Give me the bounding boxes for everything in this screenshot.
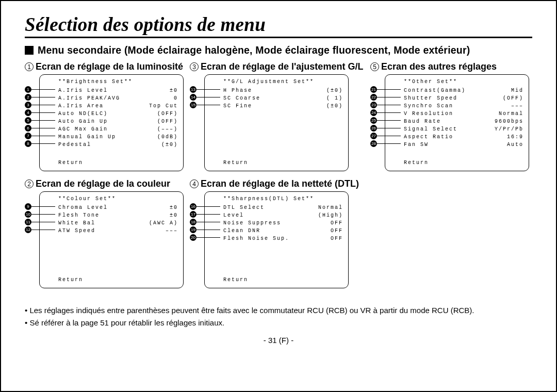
setting-label: H Phase bbox=[223, 88, 252, 93]
setting-value: Top Cut bbox=[149, 103, 178, 109]
setting-row: AGC Max Gain(–––) bbox=[58, 125, 178, 133]
bullet-icon: 7 bbox=[25, 133, 31, 139]
bullet-icon: 16 bbox=[190, 203, 196, 210]
panel2-num: 2 bbox=[25, 179, 34, 188]
setting-label: Flesh Tone bbox=[58, 213, 100, 218]
setting-label: Chroma Level bbox=[58, 205, 108, 210]
col-3-top: 5 Ecran des autres réglages **Other Set*… bbox=[370, 61, 533, 171]
panel3: **G/L Adjustment Set** H Phase(±0)SC Coa… bbox=[204, 74, 349, 171]
setting-label: Flesh Noise Sup. bbox=[223, 236, 289, 241]
setting-row: Synchro Scan––– bbox=[404, 102, 523, 110]
setting-value: (–––) bbox=[157, 126, 178, 132]
setting-value: OFF bbox=[331, 228, 343, 234]
setting-label: A.Iris Area bbox=[58, 103, 104, 109]
bullet-icon: 28 bbox=[370, 140, 377, 147]
setting-row: Flesh Noise Sup.OFF bbox=[223, 235, 343, 242]
setting-value: ±0 bbox=[170, 213, 178, 218]
setting-value: 0 bbox=[174, 95, 178, 101]
bullet-icon: 21 bbox=[370, 86, 377, 93]
setting-value: ±0 bbox=[170, 88, 178, 93]
setting-value: ––– bbox=[166, 228, 178, 234]
panel4-title: 4 Ecran de réglage de la netteté (DTL) bbox=[190, 178, 370, 189]
bullet-icon: 23 bbox=[370, 102, 377, 108]
col-2-top: 3 Ecran de réglage de l'ajustement G/L *… bbox=[190, 61, 370, 171]
panel5-header: **Other Set** bbox=[404, 79, 523, 85]
panel1-header: **Brightness Set** bbox=[58, 79, 178, 85]
panel4-title-text: Ecran de réglage de la netteté (DTL) bbox=[201, 178, 359, 189]
setting-row: SC Fine(±0) bbox=[223, 102, 343, 110]
setting-label: A.Iris PEAK/AVG bbox=[58, 95, 120, 101]
bullet-icon: 4 bbox=[25, 109, 31, 116]
bullet-icon: 24 bbox=[370, 109, 377, 116]
bullet-icon: 5 bbox=[25, 117, 31, 124]
setting-label: DTL Select bbox=[223, 205, 265, 210]
panel5-return: Return bbox=[404, 160, 429, 166]
setting-row: Manual Gain Up(0dB) bbox=[58, 133, 178, 141]
setting-label: White Bal bbox=[58, 220, 95, 226]
setting-row: ATW Speed––– bbox=[58, 227, 178, 235]
setting-row: Flesh Tone±0 bbox=[58, 211, 178, 219]
bullet-icon: 22 bbox=[370, 94, 377, 101]
setting-label: Pedestal bbox=[58, 142, 91, 148]
setting-label: Auto ND(ELC) bbox=[58, 111, 108, 117]
setting-row: White Bal(AWC A) bbox=[58, 219, 178, 227]
setting-value: Y/Pr/Pb bbox=[495, 126, 523, 132]
setting-row: V ResolutionNormal bbox=[404, 110, 523, 118]
setting-label: AGC Max Gain bbox=[58, 126, 108, 132]
panel4-return: Return bbox=[223, 277, 248, 283]
setting-value: OFF bbox=[331, 220, 343, 226]
bullet-icon: 25 bbox=[370, 117, 377, 124]
setting-value: ±0 bbox=[170, 205, 178, 210]
setting-value: ( 1) bbox=[326, 95, 343, 101]
bullet-icon: 15 bbox=[190, 102, 196, 108]
page: Sélection des options de menu Menu secon… bbox=[0, 0, 557, 392]
square-icon bbox=[25, 46, 34, 55]
bullet-icon: 1 bbox=[25, 86, 31, 93]
setting-label: Clean DNR bbox=[223, 228, 260, 234]
panel3-return: Return bbox=[223, 160, 248, 166]
setting-row: SC Coarse( 1) bbox=[223, 94, 343, 102]
setting-row: Contrast(Gamma)Mid bbox=[404, 87, 523, 94]
panel2-header: **Colour Set** bbox=[58, 196, 178, 202]
page-title: Sélection des options de menu bbox=[25, 13, 532, 38]
panels-grid: 1 Ecran de réglage de la luminosité **Br… bbox=[25, 61, 532, 296]
setting-label: Auto Gain Up bbox=[58, 119, 108, 124]
setting-value: Normal bbox=[499, 111, 523, 117]
setting-value: (0dB) bbox=[157, 134, 178, 140]
panel5-title-text: Ecran des autres réglages bbox=[381, 61, 497, 72]
col-1-top: 1 Ecran de réglage de la luminosité **Br… bbox=[25, 61, 190, 171]
bullet-icon: 17 bbox=[190, 211, 196, 218]
bullet-icon: 3 bbox=[25, 102, 31, 108]
page-number: - 31 (F) - bbox=[25, 336, 532, 345]
panel4-wrap: **Sharpness(DTL) Set** DTL SelectNormal … bbox=[190, 191, 370, 288]
panel2-return: Return bbox=[58, 277, 83, 283]
subtitle-row: Menu secondaire (Mode éclairage halogène… bbox=[25, 44, 532, 56]
setting-row: Auto ND(ELC)(OFF) bbox=[58, 110, 178, 118]
panel5-title: 5 Ecran des autres réglages bbox=[370, 61, 533, 72]
bullet-icon: 18 bbox=[190, 219, 196, 225]
bullet-icon: 13 bbox=[190, 86, 196, 93]
panel1-title: 1 Ecran de réglage de la luminosité bbox=[25, 61, 190, 72]
setting-value: (AWC A) bbox=[149, 220, 178, 226]
panel1-return: Return bbox=[58, 160, 83, 166]
setting-row: Noise SuppressOFF bbox=[223, 219, 343, 227]
setting-label: Manual Gain Up bbox=[58, 134, 116, 140]
setting-value: (±0) bbox=[161, 142, 178, 148]
setting-row: H Phase(±0) bbox=[223, 87, 343, 94]
setting-row: Chroma Level±0 bbox=[58, 204, 178, 211]
setting-row: Pedestal(±0) bbox=[58, 141, 178, 149]
panel3-wrap: **G/L Adjustment Set** H Phase(±0)SC Coa… bbox=[190, 74, 370, 171]
page-subtitle: Menu secondaire (Mode éclairage halogène… bbox=[38, 44, 470, 56]
bullet-icon: 9 bbox=[25, 203, 31, 210]
setting-label: SC Fine bbox=[223, 103, 252, 109]
panel1-num: 1 bbox=[25, 62, 34, 71]
setting-row: A.Iris AreaTop Cut bbox=[58, 102, 178, 110]
setting-value: OFF bbox=[331, 236, 343, 241]
setting-row: Level(High) bbox=[223, 211, 343, 219]
setting-label: Synchro Scan bbox=[404, 103, 453, 109]
bullet-icon: 20 bbox=[190, 234, 196, 241]
setting-value: Auto bbox=[507, 142, 523, 148]
setting-row: Shutter Speed(OFF) bbox=[404, 94, 523, 102]
panel1: **Brightness Set** A.Iris Level±0A.Iris … bbox=[39, 74, 184, 171]
panel2-wrap: **Colour Set** Chroma Level±0Flesh Tone±… bbox=[25, 191, 190, 288]
